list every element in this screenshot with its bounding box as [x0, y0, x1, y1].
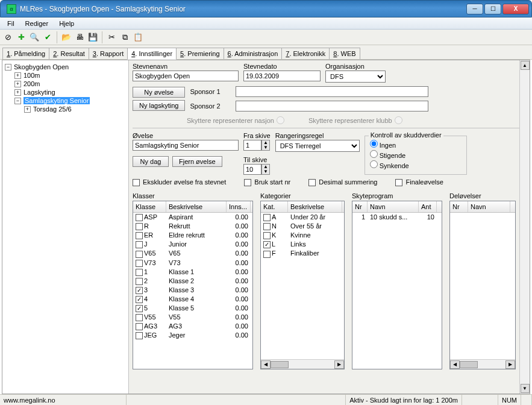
minimize-button[interactable]: ─	[466, 4, 483, 14]
fra-skive-label: Fra skive	[243, 132, 271, 139]
sponsor2-input[interactable]	[236, 101, 428, 111]
klasser-title: Klasser	[133, 192, 253, 199]
lasso-icon[interactable]: ⊘	[2, 32, 13, 43]
stevnenavn-input[interactable]	[133, 71, 239, 81]
list-row[interactable]: LLinks	[261, 240, 344, 249]
paste-icon[interactable]: 📋	[133, 32, 143, 43]
fra-skive-spin[interactable]: ▲▼	[243, 140, 271, 151]
sponsor1-label: Sponsor 1	[190, 88, 232, 95]
list-row[interactable]: EREldre rekrutt0.00	[133, 231, 252, 240]
rep-klubb-radio[interactable]: Skyttere representerer klubb	[308, 116, 402, 124]
rangering-select[interactable]: DFS Tierregel	[275, 140, 360, 152]
radio-stigende[interactable]: Stigende	[370, 150, 462, 159]
tree-item-selected[interactable]: −Samlagskyting Senior	[4, 96, 127, 105]
toolbar-sep	[57, 31, 57, 43]
list-row[interactable]: JEGJeger0.00	[133, 331, 252, 340]
close-button[interactable]: X	[502, 4, 529, 14]
fjern-ovelse-button[interactable]: Fjern øvelse	[172, 156, 222, 167]
tab-premiering[interactable]: 5. Premiering	[176, 48, 224, 59]
til-skive-spin[interactable]: ▲▼	[243, 164, 271, 175]
tree-item[interactable]: +Lagskyting	[4, 88, 127, 96]
tab-web[interactable]: 8. WEB	[329, 48, 360, 59]
tab-administrasjon[interactable]: 6. Administrasjon	[224, 48, 283, 59]
list-row[interactable]: FFinkaliber	[261, 249, 344, 258]
tree-root[interactable]: −Skogbygden Open	[4, 63, 127, 71]
kategorier-title: Kategorier	[260, 192, 345, 199]
list-row[interactable]: ASPAspirant0.00	[133, 213, 252, 222]
tree-item[interactable]: +100m	[4, 71, 127, 80]
list-row[interactable]: 1Klasse 10.00	[133, 268, 252, 277]
check-icon[interactable]: ✔	[42, 32, 53, 43]
tab-innstillinger[interactable]: 4. Innstillinger	[127, 48, 177, 60]
list-row[interactable]: 4Klasse 40.00	[133, 295, 252, 304]
add-doc-icon[interactable]: ✚	[16, 32, 27, 43]
list-row[interactable]: KKvinne	[261, 231, 344, 240]
skyteprogram-list[interactable]: NrNavnAnt110 skudd s...10	[352, 201, 442, 369]
list-row[interactable]: 110 skudd s...10	[352, 213, 442, 221]
kategorier-list[interactable]: Kat.BeskrivelseAUnder 20 årNOver 55 årKK…	[260, 201, 345, 369]
menu-bar: Fil Rediger Hjelp	[0, 17, 532, 30]
toolbar: ⊘ ✚ 🔍 ✔ 📂 🖶 💾 ✂ ⧉ 📋	[0, 30, 532, 45]
copy-icon[interactable]: ⧉	[119, 32, 130, 43]
kontroll-group-title: Kontroll av skuddverdier	[369, 131, 443, 139]
tree-item[interactable]: +200m	[4, 80, 127, 88]
menu-fil[interactable]: Fil	[2, 19, 19, 28]
rangering-label: Rangeringsregel	[275, 132, 360, 139]
status-bar: www.megalink.no Aktiv - Skudd lagt inn f…	[0, 394, 532, 405]
menu-hjelp[interactable]: Hjelp	[54, 19, 79, 28]
ny-lagskyting-button[interactable]: Ny lagskyting	[133, 100, 185, 111]
delovelser-title: Deløvelser	[449, 192, 516, 199]
tab-rapport[interactable]: 3. Rapport	[89, 48, 128, 59]
cut-icon[interactable]: ✂	[106, 32, 117, 43]
menu-rediger[interactable]: Rediger	[20, 19, 54, 28]
ny-dag-button[interactable]: Ny dag	[133, 156, 169, 167]
list-row[interactable]: V73V730.00	[133, 259, 252, 268]
list-row[interactable]: AUnder 20 år	[261, 213, 344, 222]
ny-ovelse-button[interactable]: Ny øvelse	[133, 87, 185, 98]
window-title: MLRes - Skogbygden Open - Samlagskyting …	[20, 5, 466, 13]
chk-ekskluder[interactable]: Ekskluder øvelse fra stevnet	[133, 178, 226, 186]
open-icon[interactable]: 📂	[61, 32, 72, 43]
tab-påmelding[interactable]: 1. Påmelding	[2, 48, 49, 59]
main-vscroll[interactable]: ▲▼	[519, 60, 530, 394]
chk-desimal[interactable]: Desimal summering	[308, 178, 377, 186]
radio-synkende[interactable]: Synkende	[370, 160, 462, 169]
stevnenavn-label: Stevnenavn	[133, 63, 239, 70]
sponsor2-label: Sponsor 2	[190, 102, 232, 110]
list-row[interactable]: V55V550.00	[133, 313, 252, 322]
delovelser-list[interactable]: NrNavn◀▶	[449, 201, 516, 369]
list-row[interactable]: NOver 55 år	[261, 222, 344, 231]
tab-elektronikk[interactable]: 7. Elektronikk	[281, 48, 330, 59]
status-num: NUM	[498, 395, 521, 405]
tree-view[interactable]: −Skogbygden Open +100m +200m +Lagskyting…	[2, 60, 129, 394]
zoom-icon[interactable]: 🔍	[29, 32, 40, 43]
maximize-button[interactable]: ☐	[484, 4, 501, 14]
ovelse-label: Øvelse	[133, 132, 239, 139]
save-icon[interactable]: 💾	[87, 32, 98, 43]
organisasjon-select[interactable]: DFS	[325, 71, 386, 83]
hscroll[interactable]: ◀▶	[261, 359, 344, 369]
chk-brukstart[interactable]: Bruk start nr	[244, 178, 290, 186]
list-row[interactable]: 2Klasse 20.00	[133, 277, 252, 286]
list-row[interactable]: RRekrutt0.00	[133, 222, 252, 231]
rep-nasjon-radio[interactable]: Skyttere representerer nasjon	[187, 116, 284, 124]
list-row[interactable]: 5Klasse 50.00	[133, 304, 252, 313]
toolbar-sep	[102, 31, 102, 43]
tab-resultat[interactable]: 2. Resultat	[49, 48, 89, 59]
ovelse-input[interactable]	[133, 140, 239, 151]
list-row[interactable]: AG3AG30.00	[133, 322, 252, 331]
list-row[interactable]: 3Klasse 30.00	[133, 286, 252, 295]
print-icon[interactable]: 🖶	[74, 32, 85, 43]
status-msg: Aktiv - Skudd lagt inn for lag: 1 200m	[346, 395, 462, 405]
list-row[interactable]: JJunior0.00	[133, 240, 252, 249]
stevnedato-input[interactable]	[243, 71, 321, 81]
main-panel: Stevnenavn Stevnedato Organisasjon DFS N…	[129, 60, 530, 394]
tree-item[interactable]: +Torsdag 25/6	[4, 105, 127, 113]
hscroll[interactable]: ◀▶	[450, 359, 515, 369]
klasser-list[interactable]: KlasseBeskrivelseInns...ASPAspirant0.00R…	[133, 201, 253, 369]
status-url: www.megalink.no	[0, 395, 127, 405]
list-row[interactable]: V65V650.00	[133, 249, 252, 258]
chk-finale[interactable]: Finaleøvelse	[395, 178, 443, 186]
radio-ingen[interactable]: Ingen	[370, 140, 462, 149]
sponsor1-input[interactable]	[236, 86, 428, 97]
